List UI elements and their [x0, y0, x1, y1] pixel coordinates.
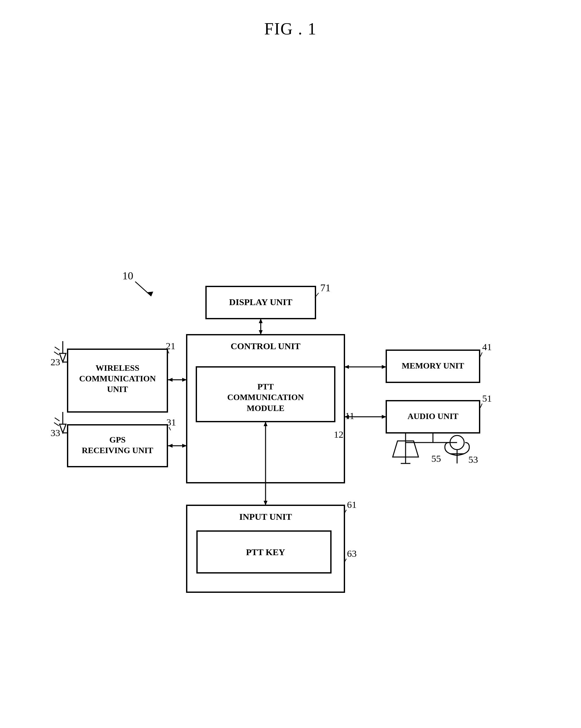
ref-11-label: 11 [345, 410, 354, 421]
wireless-label1: WIRELESS [96, 363, 140, 373]
svg-line-34 [55, 418, 59, 421]
ptt-module-label2: COMMUNICATION [227, 393, 304, 402]
svg-marker-22 [382, 415, 386, 419]
svg-line-4 [169, 427, 171, 430]
ptt-module-label1: PTT [257, 382, 274, 391]
svg-line-6 [480, 404, 482, 408]
ref-51-label: 51 [482, 393, 492, 404]
ref-63-label: 63 [347, 548, 357, 559]
ref-12-label: 12 [334, 429, 344, 440]
svg-marker-19 [382, 365, 386, 369]
diagram: 10 DISPLAY UNIT 71 CONTROL UNIT 11 PTT C… [48, 187, 531, 702]
svg-line-30 [54, 352, 59, 355]
ref-41-label: 41 [482, 341, 492, 352]
memory-unit-label: MEMORY UNIT [402, 361, 464, 370]
ref-53-label: 53 [468, 454, 478, 465]
svg-marker-17 [182, 444, 187, 448]
control-unit-label: CONTROL UNIT [230, 341, 300, 351]
svg-marker-27 [59, 354, 66, 362]
svg-line-35 [54, 422, 59, 426]
ref-23-label: 23 [51, 357, 60, 367]
ptt-module-label3: MODULE [247, 404, 284, 413]
ref-10-label: 10 [122, 270, 133, 282]
wireless-label3: UNIT [107, 385, 128, 394]
svg-marker-16 [168, 444, 173, 448]
ref-71: 71 [320, 282, 331, 293]
audio-unit-label: AUDIO UNIT [407, 412, 458, 421]
svg-marker-13 [168, 378, 173, 382]
svg-line-29 [55, 347, 59, 350]
ref-55-label: 55 [431, 453, 441, 464]
gps-label2: RECEIVING UNIT [82, 446, 153, 455]
ref-61-label: 61 [347, 499, 357, 510]
speaker-icon [393, 434, 419, 464]
svg-marker-25 [263, 501, 268, 505]
svg-marker-10 [259, 319, 263, 323]
svg-marker-11 [259, 330, 263, 335]
diagram-svg: 10 DISPLAY UNIT 71 CONTROL UNIT 11 PTT C… [48, 187, 531, 702]
svg-marker-32 [59, 424, 66, 433]
display-unit-label: DISPLAY UNIT [229, 297, 293, 307]
ref-21-label: 21 [166, 340, 175, 351]
page-title: FIG . 1 [0, 0, 581, 38]
gps-label1: GPS [109, 435, 126, 444]
ref-33-label: 33 [51, 427, 60, 438]
svg-line-5 [480, 353, 482, 357]
input-unit-label: INPUT UNIT [239, 512, 292, 522]
svg-marker-14 [182, 378, 187, 382]
microphone-icon [445, 436, 469, 464]
svg-marker-20 [345, 365, 349, 369]
svg-line-0 [135, 282, 151, 296]
ptt-key-label: PTT KEY [246, 547, 285, 557]
ref-31-label: 31 [167, 417, 176, 427]
wireless-label2: COMMUNICATION [79, 374, 156, 383]
